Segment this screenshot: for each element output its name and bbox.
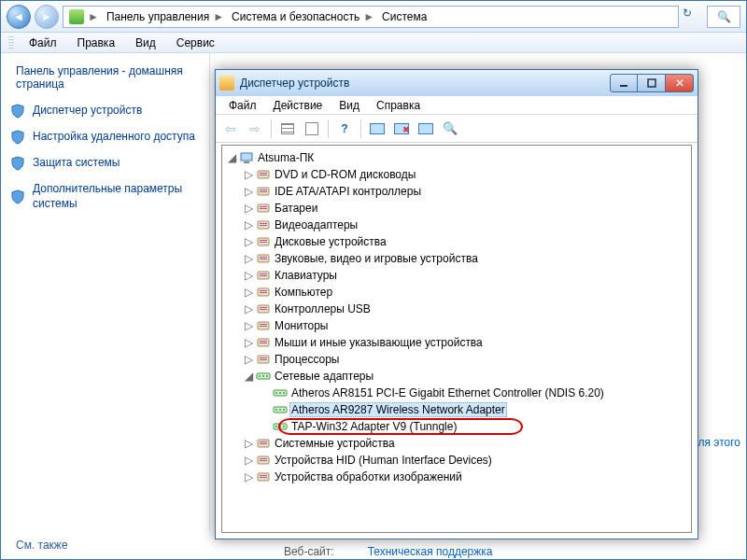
- sidebar-item-remote[interactable]: Настройка удаленного доступа: [10, 130, 200, 145]
- sidebar-item-protection[interactable]: Защита системы: [10, 156, 200, 171]
- svg-rect-27: [260, 292, 267, 293]
- tree-category[interactable]: ▷Звуковые, видео и игровые устройства: [241, 250, 689, 267]
- tree-category[interactable]: ▷IDE ATA/ATAPI контроллеры: [241, 183, 689, 200]
- svg-rect-64: [260, 477, 267, 478]
- network-adapter-icon: [273, 385, 288, 400]
- maximize-button[interactable]: [638, 74, 666, 92]
- tree-category-label: Устройства обработки изображений: [273, 470, 464, 483]
- minimize-button[interactable]: [610, 74, 638, 92]
- status-row: Веб-сайт: Техническая поддержка: [284, 545, 492, 560]
- breadcrumb[interactable]: Система и безопасность►: [230, 10, 376, 23]
- expand-toggle[interactable]: ▷: [243, 302, 254, 315]
- tool-properties-button[interactable]: [301, 118, 323, 140]
- expand-toggle[interactable]: ▷: [243, 252, 254, 265]
- sidebar: Панель управления - домашняя страница Ди…: [1, 53, 210, 531]
- svg-rect-61: [260, 460, 267, 461]
- tree-category[interactable]: ▷DVD и CD-ROM дисководы: [241, 166, 689, 183]
- nav-forward-button[interactable]: ►: [35, 5, 59, 29]
- svg-point-43: [266, 375, 268, 377]
- menu-tools[interactable]: Сервис: [169, 35, 222, 51]
- svg-rect-15: [260, 225, 267, 226]
- expand-toggle[interactable]: ▷: [243, 470, 254, 483]
- sidebar-title[interactable]: Панель управления - домашняя страница: [16, 64, 200, 91]
- tree-device-label: TAP-Win32 Adapter V9 (Tunngle): [289, 420, 458, 433]
- sidebar-item-advanced[interactable]: Дополнительные параметры системы: [10, 182, 200, 211]
- expand-toggle[interactable]: ▷: [243, 336, 254, 349]
- dm-menu-file[interactable]: Файл: [221, 97, 264, 114]
- expand-toggle[interactable]: ▷: [243, 353, 254, 366]
- svg-rect-24: [260, 275, 267, 276]
- tool-scan-hardware-button[interactable]: 🔍: [439, 118, 461, 140]
- expand-toggle[interactable]: ▷: [243, 437, 254, 450]
- device-tree[interactable]: ◢ Atsuma-ПК ▷DVD и CD-ROM дисководы▷IDE …: [221, 145, 692, 533]
- tree-category[interactable]: ▷Клавиатуры: [241, 267, 689, 284]
- tree-category[interactable]: ▷Видеоадаптеры: [241, 217, 689, 233]
- tree-category[interactable]: ▷Мониторы: [241, 317, 689, 334]
- svg-rect-36: [260, 343, 267, 343]
- tool-help-button[interactable]: ?: [333, 118, 356, 140]
- tree-category-label: Сетевые адаптеры: [273, 370, 375, 383]
- tree-category[interactable]: ▷Процессоры: [241, 351, 689, 368]
- tool-uninstall-button[interactable]: [390, 118, 413, 140]
- device-category-icon: [256, 335, 271, 350]
- tree-category[interactable]: ▷Мыши и иные указывающие устройства: [241, 334, 689, 351]
- device-category-icon: [256, 251, 271, 266]
- tool-show-hide-tree-button[interactable]: [276, 118, 299, 140]
- close-button[interactable]: ✕: [666, 74, 694, 92]
- nav-back-button[interactable]: ◄: [7, 5, 31, 29]
- svg-rect-18: [260, 242, 267, 243]
- tree-device[interactable]: Atheros AR9287 Wireless Network Adapter: [258, 401, 689, 418]
- dm-menu-action[interactable]: Действие: [266, 97, 331, 114]
- dm-toolbar: ⇦ ⇨ ? 🔍: [216, 115, 698, 143]
- tree-category[interactable]: ▷Системные устройства: [241, 435, 689, 452]
- breadcrumb[interactable]: Система: [380, 10, 429, 23]
- collapse-toggle[interactable]: ◢: [243, 370, 254, 383]
- dm-menu-help[interactable]: Справка: [369, 97, 428, 114]
- menu-file[interactable]: Файл: [21, 35, 64, 51]
- svg-point-50: [279, 409, 281, 411]
- device-category-icon: [256, 234, 271, 249]
- expand-toggle[interactable]: ▷: [243, 218, 254, 231]
- expand-toggle[interactable]: ◢: [226, 151, 237, 164]
- search-box[interactable]: 🔍: [707, 6, 740, 28]
- sidebar-item-device-manager[interactable]: Диспетчер устройств: [10, 104, 200, 119]
- svg-rect-2: [241, 153, 252, 161]
- tree-category-network[interactable]: ◢Сетевые адаптеры: [241, 368, 689, 385]
- website-link[interactable]: Техническая поддержка: [368, 545, 493, 560]
- tree-category[interactable]: ▷Компьютер: [241, 284, 689, 301]
- expand-toggle[interactable]: ▷: [243, 319, 254, 332]
- tree-category[interactable]: ▷Контроллеры USB: [241, 301, 689, 317]
- svg-rect-35: [260, 341, 267, 342]
- tree-device[interactable]: Atheros AR8151 PCI-E Gigabit Ethernet Co…: [258, 385, 689, 401]
- expand-toggle[interactable]: ▷: [243, 168, 254, 181]
- breadcrumb[interactable]: Панель управления►: [105, 10, 226, 23]
- network-adapter-icon: [273, 402, 288, 417]
- breadcrumb-bar[interactable]: ► Панель управления► Система и безопасно…: [63, 6, 679, 28]
- expand-toggle[interactable]: ▷: [243, 235, 254, 248]
- refresh-button[interactable]: ↻: [683, 7, 703, 27]
- tree-category-label: Системные устройства: [273, 437, 397, 450]
- tree-category-label: DVD и CD-ROM дисководы: [273, 168, 417, 181]
- tree-category[interactable]: ▷Дисковые устройства: [241, 233, 689, 250]
- menu-view[interactable]: Вид: [128, 35, 163, 51]
- expand-toggle[interactable]: ▷: [243, 269, 254, 282]
- side-link-fragment[interactable]: для этого: [691, 436, 740, 449]
- dm-title-bar[interactable]: Диспетчер устройств ✕: [216, 70, 698, 96]
- tree-category[interactable]: ▷Устройства HID (Human Interface Devices…: [241, 452, 689, 469]
- dm-menu-view[interactable]: Вид: [331, 97, 367, 114]
- device-manager-icon: [219, 76, 234, 91]
- tool-forward-button: ⇨: [244, 118, 266, 140]
- tree-root[interactable]: ◢ Atsuma-ПК: [224, 149, 689, 166]
- expand-toggle[interactable]: ▷: [243, 185, 254, 198]
- svg-point-53: [275, 426, 277, 427]
- tree-category[interactable]: ▷Батареи: [241, 200, 689, 217]
- tool-disable-button[interactable]: [415, 118, 437, 140]
- menu-edit[interactable]: Правка: [70, 35, 123, 51]
- svg-point-46: [279, 392, 281, 394]
- expand-toggle[interactable]: ▷: [243, 454, 254, 467]
- tool-update-driver-button[interactable]: [366, 118, 388, 140]
- tree-device[interactable]: TAP-Win32 Adapter V9 (Tunngle): [258, 418, 689, 435]
- tree-category[interactable]: ▷Устройства обработки изображений: [241, 469, 689, 485]
- expand-toggle[interactable]: ▷: [243, 202, 254, 215]
- expand-toggle[interactable]: ▷: [243, 286, 254, 299]
